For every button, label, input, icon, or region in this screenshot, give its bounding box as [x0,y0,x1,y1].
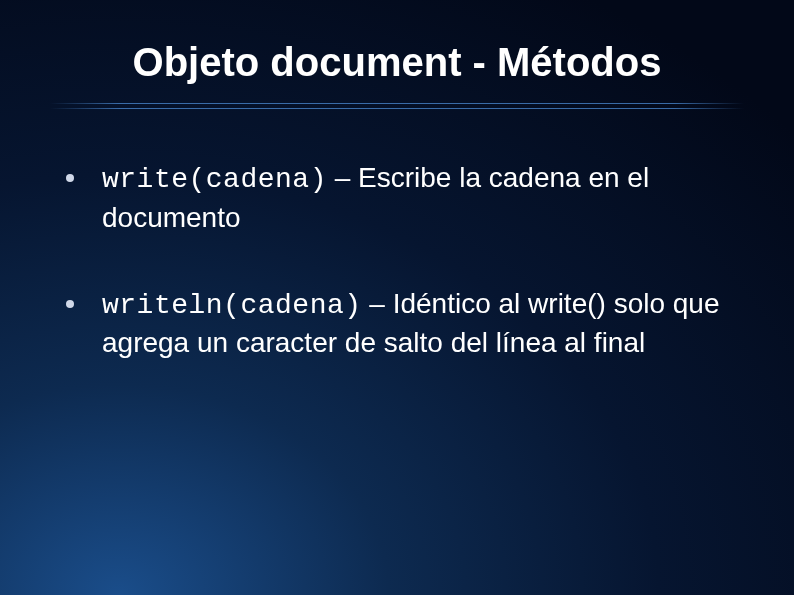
slide-container: Objeto document - Métodos write(cadena) … [0,0,794,595]
list-item: writeln(cadena) – Idéntico al write() so… [60,285,734,363]
divider-line-2 [50,108,744,109]
bullet-text: writeln(cadena) – Idéntico al write() so… [102,285,734,363]
bullet-icon [66,174,74,182]
slide-content: write(cadena) – Escribe la cadena en el … [50,159,744,362]
list-item: write(cadena) – Escribe la cadena en el … [60,159,734,237]
divider-line-1 [50,103,744,104]
bullet-text: write(cadena) – Escribe la cadena en el … [102,159,734,237]
bullet-icon [66,300,74,308]
code-snippet: write(cadena) [102,164,327,195]
code-snippet: writeln(cadena) [102,290,362,321]
slide-title: Objeto document - Métodos [50,40,744,85]
